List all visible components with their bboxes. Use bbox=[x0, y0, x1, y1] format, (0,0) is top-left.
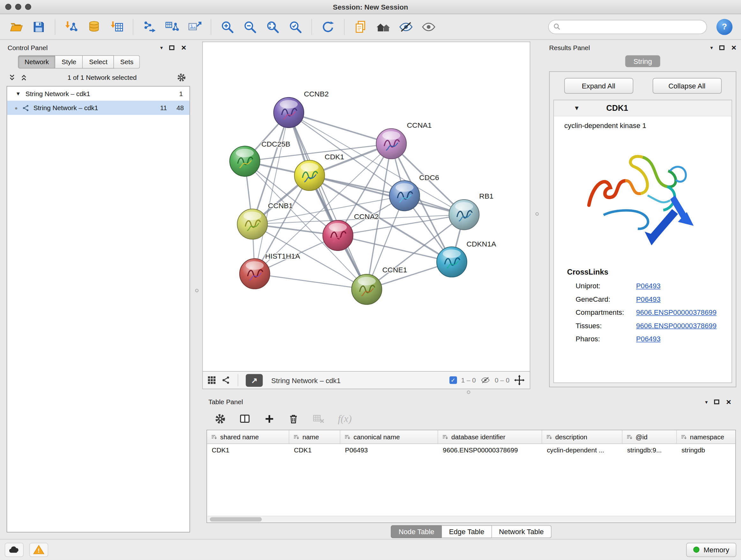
column-header--id[interactable]: @id bbox=[622, 430, 677, 443]
crosslink-link[interactable]: P06493 bbox=[636, 334, 661, 343]
panel-menu-icon[interactable]: ▾ bbox=[705, 399, 708, 405]
export-image-button[interactable] bbox=[185, 17, 205, 37]
selected-checkbox[interactable]: ✓ bbox=[449, 376, 457, 384]
scrollbar-thumb[interactable] bbox=[210, 517, 262, 521]
save-icon bbox=[31, 19, 46, 34]
import-table-file-button[interactable] bbox=[106, 17, 127, 37]
tab-style[interactable]: Style bbox=[56, 55, 83, 68]
expand-all-icon[interactable] bbox=[20, 74, 27, 81]
help-button[interactable]: ? bbox=[717, 18, 732, 35]
close-panel-icon[interactable]: × bbox=[726, 397, 731, 406]
toolbar-separator bbox=[55, 18, 55, 35]
close-panel-icon[interactable]: × bbox=[181, 44, 186, 52]
delete-columns-trash-icon[interactable] bbox=[288, 413, 299, 425]
entry-header[interactable]: ▼ CDK1 bbox=[554, 100, 732, 116]
tree-expand-icon[interactable]: ▼ bbox=[16, 91, 21, 96]
network-node-cdc6[interactable]: CDC6 bbox=[389, 173, 439, 211]
control-panel: Control Panel ▾ × NetworkStyleSelectSets… bbox=[0, 42, 191, 539]
tab-network-table[interactable]: Network Table bbox=[492, 525, 551, 538]
zoom-out-button[interactable] bbox=[240, 17, 260, 37]
network-edge[interactable] bbox=[310, 175, 464, 214]
table-row[interactable]: CDK1CDK1P064939606.ENSP00000378699cyclin… bbox=[207, 444, 736, 456]
tab-select[interactable]: Select bbox=[83, 55, 114, 68]
column-header-namespace[interactable]: namespace bbox=[677, 430, 736, 443]
create-column-plus-icon[interactable] bbox=[264, 413, 275, 425]
memory-label: Memory bbox=[704, 546, 729, 554]
horizontal-scrollbar[interactable] bbox=[207, 516, 735, 522]
crosslink-link[interactable]: 9606.ENSP00000378699 bbox=[636, 308, 717, 316]
crosslink-link[interactable]: 9606.ENSP00000378699 bbox=[636, 321, 717, 329]
tab-string[interactable]: String bbox=[625, 55, 660, 67]
float-panel-icon[interactable] bbox=[170, 45, 175, 50]
network-edge[interactable] bbox=[255, 273, 367, 289]
network-node-ccne1[interactable]: CCNE1 bbox=[352, 266, 407, 305]
column-header-name[interactable]: name bbox=[289, 430, 340, 443]
panel-menu-icon[interactable]: ▾ bbox=[160, 45, 163, 50]
open-session-button[interactable] bbox=[6, 17, 26, 37]
zoom-fit-button[interactable] bbox=[262, 17, 283, 37]
zoom-in-button[interactable] bbox=[217, 17, 238, 37]
network-node-cdkn1a[interactable]: CDKN1A bbox=[436, 240, 496, 277]
network-node-ccna1[interactable]: CCNA1 bbox=[376, 121, 432, 159]
float-panel-icon[interactable] bbox=[714, 399, 719, 404]
zoom-selected-button[interactable] bbox=[285, 17, 306, 37]
warnings-button[interactable]: ! bbox=[29, 543, 48, 557]
network-canvas[interactable]: CCNB2CCNA1CDC25BCDK1CDC6RB1CCNB1CCNA2CDK… bbox=[203, 42, 530, 371]
apply-layout-button[interactable] bbox=[318, 17, 338, 37]
cloud-button[interactable] bbox=[5, 543, 23, 557]
crosslink-link[interactable]: P06493 bbox=[636, 295, 661, 303]
network-node-cdk1[interactable]: CDK1 bbox=[294, 152, 344, 191]
memory-button[interactable]: Memory bbox=[686, 543, 736, 557]
column-header-description[interactable]: description bbox=[542, 430, 623, 443]
import-network-file-button[interactable] bbox=[61, 17, 82, 37]
network-from-table-button[interactable] bbox=[161, 17, 182, 37]
crosslink-link[interactable]: P06493 bbox=[636, 282, 661, 290]
collapse-all-button[interactable]: Collapse All bbox=[652, 78, 721, 94]
entry-collapse-icon[interactable]: ▼ bbox=[574, 105, 580, 111]
network-node-hist1h1a[interactable]: HIST1H1A bbox=[240, 252, 300, 289]
tab-sets[interactable]: Sets bbox=[114, 55, 140, 68]
network-edge[interactable] bbox=[289, 112, 367, 289]
splitter-handle[interactable] bbox=[195, 289, 199, 292]
column-header-database-identifier[interactable]: database identifier bbox=[438, 430, 542, 443]
column-header-shared-name[interactable]: shared name bbox=[207, 430, 289, 443]
column-header-canonical-name[interactable]: canonical name bbox=[340, 430, 438, 443]
vertical-splitter[interactable] bbox=[530, 42, 544, 389]
network-edge[interactable] bbox=[338, 235, 452, 262]
import-network-database-button[interactable] bbox=[84, 17, 105, 37]
float-panel-icon[interactable] bbox=[720, 45, 725, 50]
search-input[interactable] bbox=[564, 23, 702, 30]
show-structures-button[interactable] bbox=[418, 17, 439, 37]
tab-edge-table[interactable]: Edge Table bbox=[442, 525, 492, 538]
horizontal-splitter[interactable] bbox=[202, 389, 741, 396]
column-field-icon bbox=[344, 434, 350, 440]
collapse-all-icon[interactable] bbox=[9, 74, 16, 81]
pan-move-icon[interactable] bbox=[514, 374, 525, 386]
network-edge[interactable] bbox=[289, 112, 391, 144]
toggle-glass-effect-button[interactable] bbox=[396, 17, 416, 37]
panel-menu-icon[interactable]: ▾ bbox=[711, 45, 713, 50]
network-collection-row[interactable]: ▼ String Network – cdk1 1 bbox=[7, 86, 190, 101]
memory-status-dot bbox=[693, 547, 699, 553]
table-options-gear-icon[interactable] bbox=[214, 413, 226, 425]
open-in-new-window-button[interactable]: ↗ bbox=[246, 374, 263, 387]
save-session-button[interactable] bbox=[28, 17, 49, 37]
network-row-selected[interactable]: ● String Network – cdk1 11 48 bbox=[7, 101, 190, 115]
vertical-splitter[interactable] bbox=[191, 42, 202, 539]
splitter-handle[interactable] bbox=[467, 390, 470, 394]
network-from-selection-button[interactable] bbox=[139, 17, 159, 37]
splitter-handle[interactable] bbox=[536, 212, 539, 215]
gear-icon[interactable] bbox=[177, 73, 186, 82]
tab-node-table[interactable]: Node Table bbox=[391, 525, 442, 538]
network-node-rb1[interactable]: RB1 bbox=[449, 192, 493, 230]
birds-eye-view-icon[interactable] bbox=[207, 376, 216, 384]
show-columns-icon[interactable] bbox=[239, 413, 251, 425]
close-panel-icon[interactable]: × bbox=[731, 44, 737, 52]
share-network-icon[interactable] bbox=[222, 376, 230, 384]
crosslink-row: Tissues:9606.ENSP00000378699 bbox=[554, 321, 732, 329]
tab-network[interactable]: Network bbox=[18, 55, 56, 68]
copy-network-button[interactable] bbox=[350, 17, 371, 37]
expand-all-button[interactable]: Expand All bbox=[564, 78, 633, 94]
network-edge[interactable] bbox=[255, 112, 289, 273]
string-home-button[interactable] bbox=[373, 17, 394, 37]
